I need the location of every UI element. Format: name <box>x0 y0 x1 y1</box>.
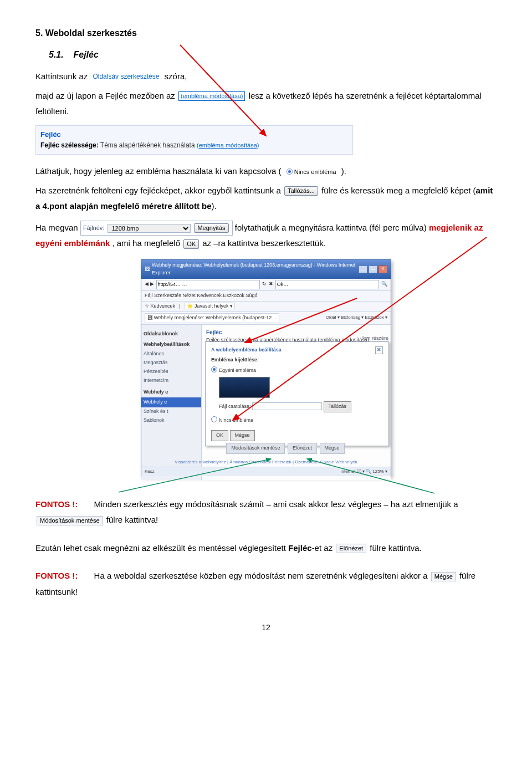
radio-egyeni[interactable]: Egyéni embléma <box>219 367 256 373</box>
radio-nincs[interactable]: Nincs embléma <box>219 417 253 423</box>
sidebar-item-selected[interactable]: Webhely e <box>141 397 201 407</box>
emblema-modify-chip: (embléma módosítása) <box>178 91 245 101</box>
settings-sidebar: Oldalsablonok Webhelybeállítások Általán… <box>141 325 202 480</box>
dialog-ok-button[interactable]: OK <box>211 430 228 441</box>
menu-bar: Fájl Szerkesztés Nézet Kedvencek Eszközö… <box>141 291 391 302</box>
browser-tab[interactable]: 🖼 Webhely megjelenése: Webhelyelemek (bu… <box>145 313 279 323</box>
sidebar-item-sablonok[interactable]: Sablonok <box>144 416 199 425</box>
close-button[interactable]: X <box>378 265 387 273</box>
fejlec-settings-box: Fejléc Fejléc szélessége: Téma alapérték… <box>35 125 353 155</box>
url-input[interactable] <box>156 280 260 289</box>
page-number: 12 <box>35 622 497 634</box>
dialog-megse-button[interactable]: Mégse <box>230 430 255 441</box>
file-attach-input[interactable] <box>252 402 322 410</box>
minimize-button[interactable]: _ <box>359 265 367 273</box>
dialog-title: A webhelyembléma beállítása <box>211 346 282 354</box>
window-title-bar: 🖼Webhely megjelenése: Webhelyelemek (bud… <box>141 260 391 279</box>
paragraph: FONTOS !: Ha a weboldal szerkesztése köz… <box>35 568 497 600</box>
paragraph: Láthatjuk, hogy jelenleg az embléma hasz… <box>35 165 497 177</box>
sidebar-item-szinek[interactable]: Színek és t <box>144 407 199 416</box>
box-title: Fejléc <box>40 129 348 140</box>
subsection-heading: 5.1. Fejléc <box>49 48 497 62</box>
emblema-modify-link: (embléma módosítása) <box>197 142 259 149</box>
sidebar-item-megosztas[interactable]: Megosztás <box>144 359 199 367</box>
paragraph: Ha megvan Fájlnév: 1208.bmp Megnyitás fo… <box>35 220 497 252</box>
cancel-button[interactable]: Mégse <box>320 443 345 454</box>
search-input[interactable] <box>275 280 379 289</box>
fontos-label: FONTOS !: <box>35 499 78 509</box>
save-modifications-chip: Módosítások mentése <box>37 516 103 525</box>
paragraph: Kattintsunk az Oldalsáv szerkesztése szó… <box>35 70 497 83</box>
main-section-title: Fejléc <box>206 328 386 337</box>
ok-button-chip: OK <box>183 239 199 249</box>
tallozas-button-chip: Tallózás... <box>284 186 318 196</box>
paragraph: majd az új lapon a Fejléc mezőben az (em… <box>35 88 497 120</box>
filename-select: 1208.bmp <box>108 224 191 233</box>
sidebar-edit-link-chip: Oldalsáv szerkesztése <box>91 72 161 81</box>
paragraph: FONTOS !: Minden szerkesztés egy módosít… <box>35 497 497 528</box>
favorites-bar: ☆ Kedvencek | ⭐ Javasolt helyek ▾ <box>141 302 391 312</box>
fontos-label-2: FONTOS !: <box>35 571 78 580</box>
maximize-button[interactable]: ☐ <box>369 265 377 273</box>
filename-field-chip: Fájlnév: 1208.bmp Megnyitás <box>80 221 233 236</box>
save-modifications-button[interactable]: Módosítások mentése <box>226 443 285 454</box>
preview-chip: Előnézet <box>336 544 366 553</box>
tallozas-button[interactable]: Tallózás <box>324 401 352 412</box>
address-bar: ◀ ▶ ↻✖ 🔍 <box>141 279 391 291</box>
no-emblema-chip: Nincs embléma <box>285 167 338 176</box>
sidebar-item-penzesites[interactable]: Pénzesítés <box>144 367 199 376</box>
browser-screenshot: 🖼Webhely megjelenése: Webhelyelemek (bud… <box>141 259 391 477</box>
emblema-dialog: A webhelyembléma beállítása ✕ Embléma ki… <box>205 341 389 447</box>
sidebar-item-internetcim[interactable]: Internetcím <box>144 376 199 385</box>
emblema-preview-thumb <box>219 377 270 398</box>
dialog-close-icon[interactable]: ✕ <box>375 346 383 354</box>
paragraph: Ezután lehet csak megnézni az elkészült … <box>35 540 497 556</box>
open-button-chip: Megnyitás <box>194 223 228 233</box>
section-heading: 5. Weboldal szerkesztés <box>35 27 497 40</box>
paragraph: Ha szeretnénk feltölteni egy fejlécképet… <box>35 183 497 214</box>
sidebar-item-altalanos[interactable]: Általános <box>144 350 199 359</box>
tab-bar: 🖼 Webhely megjelenése: Webhelyelemek (bu… <box>141 312 391 325</box>
megse-chip: Mégse <box>431 572 456 581</box>
page-action-buttons: Módosítások mentése Előnézet Mégse <box>213 443 357 454</box>
status-bar: Kész Internet ⓘ ▾ 🔍 125% ▾ <box>141 467 391 476</box>
page-footer-links: Visszatérés a webhelyhez | Általános Sze… <box>141 459 391 466</box>
preview-button[interactable]: Előnézet <box>288 443 317 454</box>
